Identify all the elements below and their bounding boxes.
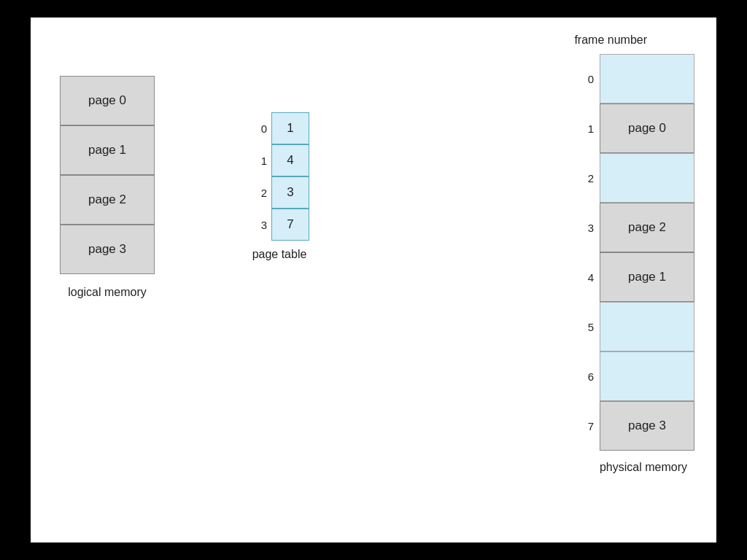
logical-memory-section: page 0page 1page 2page 3 logical memory: [60, 76, 155, 300]
logical-page-block: page 2: [60, 175, 155, 225]
main-canvas: page 0page 1page 2page 3 logical memory …: [31, 18, 716, 542]
page-table-label: page table: [252, 248, 307, 261]
page-table-index: 1: [249, 155, 267, 167]
physical-frame-row: 3page 2: [573, 203, 694, 252]
physical-frame-cell: page 0: [600, 104, 694, 153]
logical-memory-label: logical memory: [68, 284, 147, 300]
page-table-rows: 01142337: [249, 112, 309, 241]
page-table-row: 37: [249, 209, 309, 241]
page-table-row: 14: [249, 144, 309, 176]
physical-frame-row: 1page 0: [573, 104, 694, 153]
physical-frame-index: 4: [573, 271, 594, 284]
physical-frame-index: 6: [573, 370, 594, 383]
physical-frame-cell: page 2: [600, 203, 694, 252]
physical-frame-index: 7: [573, 420, 594, 432]
page-table-row: 01: [249, 112, 309, 144]
physical-frame-cell: page 3: [600, 401, 694, 451]
logical-page-block: page 0: [60, 76, 155, 125]
logical-memory-blocks: page 0page 1page 2page 3: [60, 76, 155, 274]
physical-frame-row: 4page 1: [573, 252, 694, 302]
physical-frame-row: 6: [573, 351, 694, 401]
physical-frame-cell: [600, 54, 694, 104]
page-table-row: 23: [249, 176, 309, 209]
logical-page-block: page 1: [60, 125, 155, 175]
physical-memory-section: frame number 01page 023page 24page 1567p…: [573, 32, 694, 476]
page-table-index: 0: [249, 122, 267, 135]
frame-number-label: frame number: [574, 32, 687, 48]
physical-frame-cell: page 1: [600, 252, 694, 302]
page-table-index: 3: [249, 219, 267, 231]
physical-frame-cell: [600, 302, 694, 351]
physical-rows: 01page 023page 24page 1567page 3: [573, 54, 694, 451]
page-table-cell: 3: [271, 176, 309, 209]
physical-frame-index: 0: [573, 73, 594, 85]
logical-page-block: page 3: [60, 225, 155, 274]
physical-frame-index: 2: [573, 172, 594, 184]
physical-memory-label: physical memory: [600, 459, 694, 475]
page-table-section: 01142337 page table: [249, 112, 309, 261]
page-table-cell: 1: [271, 112, 309, 144]
physical-frame-index: 5: [573, 321, 594, 333]
physical-frame-index: 3: [573, 222, 594, 234]
physical-frame-row: 0: [573, 54, 694, 104]
physical-frame-index: 1: [573, 122, 594, 135]
physical-frame-cell: [600, 351, 694, 401]
physical-frame-cell: [600, 153, 694, 203]
physical-frame-row: 5: [573, 302, 694, 351]
physical-frame-row: 7page 3: [573, 401, 694, 451]
physical-frame-row: 2: [573, 153, 694, 203]
page-table-index: 2: [249, 187, 267, 199]
page-table-cell: 7: [271, 209, 309, 241]
page-table-cell: 4: [271, 144, 309, 176]
